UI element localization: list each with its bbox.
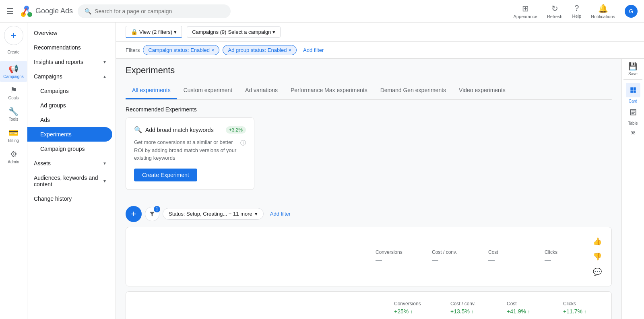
experiment-row-2: Conversions +25% Cost / conv.: [126, 291, 612, 319]
notifications-action[interactable]: 🔔 Notifications: [591, 4, 615, 19]
create-button[interactable]: +: [4, 26, 23, 45]
metric-label-cost-conv-1: Cost / conv.: [432, 249, 472, 255]
add-experiment-button[interactable]: +: [126, 206, 142, 222]
card-view-button[interactable]: [626, 83, 640, 97]
table-view-button[interactable]: [626, 105, 640, 119]
metric-value-conversions-1: —: [376, 257, 416, 264]
experiment-description: Get more conversions at a similar or bet…: [134, 138, 246, 162]
add-filter-button[interactable]: Add filter: [300, 45, 327, 55]
filter-bar: 🔒 View (2 filters) ▾ Campaigns (9) Selec…: [116, 23, 644, 42]
google-ads-logo: Google Ads: [20, 5, 73, 18]
save-label: Save: [628, 72, 638, 76]
filters-label: Filters: [126, 47, 140, 53]
nav-campaign-groups[interactable]: Campaign groups: [27, 142, 112, 156]
add-filter-small-button[interactable]: Add filter: [267, 208, 294, 219]
experiment-card-header: 🔍 Add broad match keywords +3.2%: [134, 126, 246, 134]
ad-group-status-chip-label: Ad group status: Enabled: [228, 47, 287, 53]
topbar: ☰ Google Ads 🔍 ⊞ Appearance ↻ Refresh ? …: [0, 0, 644, 23]
metric-col-clicks-1: Clicks —: [545, 249, 585, 264]
appearance-action[interactable]: ⊞ Appearance: [514, 4, 537, 19]
chip-close-icon[interactable]: ×: [211, 47, 215, 53]
sidebar-item-goals[interactable]: ⚑ Goals: [0, 82, 27, 103]
ad-group-status-chip[interactable]: Ad group status: Enabled ×: [223, 45, 297, 55]
info-icon[interactable]: ⓘ: [240, 139, 246, 147]
thumbs-up-icon[interactable]: 👍: [591, 235, 603, 247]
refresh-action[interactable]: ↻ Refresh: [547, 4, 563, 19]
thumbs-down-icon[interactable]: 👎: [591, 251, 603, 263]
create-experiment-button[interactable]: Create Experiment: [134, 169, 197, 181]
nav-campaigns-sub[interactable]: Campaigns: [27, 84, 112, 98]
view-dropdown[interactable]: 🔒 View (2 filters) ▾: [126, 26, 182, 38]
refresh-icon: ↻: [551, 4, 558, 13]
nav-recommendations[interactable]: Recommendations: [27, 40, 112, 55]
nav-campaigns-header[interactable]: Campaigns ▴: [27, 69, 112, 84]
goals-icon: ⚑: [10, 85, 17, 95]
experiment-row-1-content: Conversions — Cost / conv. — Cost —: [126, 227, 611, 286]
experiment-row-2-content: Conversions +25% Cost / conv.: [126, 292, 611, 319]
help-action[interactable]: ? Help: [572, 4, 581, 19]
nav-overview[interactable]: Overview: [27, 26, 112, 40]
nav-ad-groups[interactable]: Ad groups: [27, 98, 112, 113]
tab-ad-variations[interactable]: Ad variations: [239, 82, 284, 99]
left-sidebar: + Create 📢 Campaigns ⚑ Goals 🔧 Tools 💳 B…: [0, 23, 27, 319]
status-chip-label: Status: Setup, Creating... + 11 more: [169, 211, 252, 217]
logo-text: Google Ads: [35, 7, 73, 15]
assets-chevron-icon: ▾: [103, 161, 106, 166]
recommended-section-label: Recommended Experiments: [126, 106, 612, 113]
card-count: 98: [630, 130, 635, 135]
sidebar-item-tools[interactable]: 🔧 Tools: [0, 103, 27, 125]
save-action[interactable]: 💾 Save: [628, 62, 638, 76]
metric-label-cost-1: Cost: [488, 249, 528, 255]
metric-col-cost-2: Cost +41.9%: [507, 301, 547, 315]
metric-value-clicks-1: —: [545, 257, 585, 264]
metric-label-cost-conv-2: Cost / conv.: [450, 301, 491, 307]
metric-col-cost-1: Cost —: [488, 249, 528, 264]
experiment-search-icon: 🔍: [134, 126, 142, 134]
chip-close-icon-2[interactable]: ×: [288, 47, 291, 53]
menu-icon[interactable]: ☰: [6, 6, 14, 16]
user-avatar[interactable]: G: [625, 5, 638, 18]
campaign-status-chip[interactable]: Campaign status: Enabled ×: [143, 45, 219, 55]
conversions-up-arrow: [410, 308, 413, 315]
nav-audiences[interactable]: Audiences, keywords and content ▾: [27, 171, 112, 191]
tab-demand-gen[interactable]: Demand Gen experiments: [374, 82, 452, 99]
tab-performance-max[interactable]: Performance Max experiments: [284, 82, 374, 99]
cost-up-arrow: [528, 308, 530, 315]
select-campaign-label: Select a campaign: [228, 29, 271, 35]
tab-all-experiments[interactable]: All experiments: [126, 82, 177, 99]
metric-label-conversions-1: Conversions: [376, 249, 416, 255]
clicks-up-arrow: [584, 308, 586, 315]
insights-chevron-icon: ▾: [103, 59, 106, 65]
nav-change-history[interactable]: Change history: [27, 191, 112, 206]
campaigns-sidebar-label: Campaigns: [3, 74, 24, 79]
comment-icon[interactable]: 💬: [591, 266, 603, 278]
sidebar-item-campaigns[interactable]: 📢 Campaigns: [0, 61, 27, 82]
metric-value-cost-1: —: [488, 257, 528, 264]
view-chevron-icon: ▾: [174, 29, 177, 35]
metric-value-conversions-2: +25%: [394, 308, 434, 315]
appearance-icon: ⊞: [522, 4, 529, 13]
nav-assets[interactable]: Assets ▾: [27, 156, 112, 171]
nav-experiments[interactable]: Experiments: [27, 127, 112, 142]
nav-ads[interactable]: Ads: [27, 113, 112, 127]
search-bar[interactable]: 🔍: [78, 4, 231, 18]
experiment-row-2-metrics: Conversions +25% Cost / conv.: [394, 301, 603, 315]
nav-insights[interactable]: Insights and reports ▾: [27, 55, 112, 69]
main-content: Experiments All experiments Custom exper…: [116, 59, 621, 319]
status-chip[interactable]: Status: Setup, Creating... + 11 more ▾: [163, 208, 264, 220]
tab-custom-experiment[interactable]: Custom experiment: [177, 82, 239, 99]
sidebar-item-billing[interactable]: 💳 Billing: [0, 125, 27, 146]
metric-value-cost-conv-2: +13.5%: [450, 308, 491, 315]
campaign-dropdown[interactable]: Campaigns (9) Select a campaign ▾: [187, 26, 281, 38]
tab-video-experiments[interactable]: Video experiments: [452, 82, 512, 99]
search-input[interactable]: [95, 8, 224, 14]
sidebar-item-admin[interactable]: ⚙ Admin: [0, 146, 27, 167]
metric-label-cost-2: Cost: [507, 301, 547, 307]
metric-value-clicks-2: +11.7%: [563, 308, 603, 315]
admin-sidebar-label: Admin: [8, 160, 19, 164]
billing-sidebar-label: Billing: [8, 138, 19, 143]
metric-label-conversions-2: Conversions: [394, 301, 434, 307]
tabs-row: All experiments Custom experiment Ad var…: [126, 82, 612, 100]
experiment-row-1-actions: 👍 👎 💬: [591, 235, 603, 278]
add-filter-label: Add filter: [303, 47, 324, 53]
